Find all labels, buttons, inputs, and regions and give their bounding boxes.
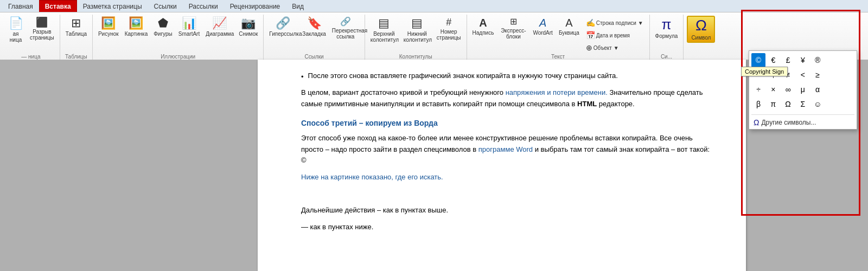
tab-view[interactable]: Вид	[286, 0, 310, 12]
page-text: • После этого снова вставляете графическ…	[301, 70, 713, 233]
btn-wordart[interactable]: A WordArt	[531, 16, 555, 37]
btn-hyperlink[interactable]: 🔗 Гиперссылка	[267, 16, 298, 38]
screenshot-icon: 📷	[241, 17, 256, 29]
bullet-item-1: • После этого снова вставляете графическ…	[301, 70, 713, 83]
btn-symbol[interactable]: Ω Символ	[687, 16, 715, 43]
symbol-empty3	[825, 68, 839, 82]
symbol-pound[interactable]: £	[781, 53, 795, 67]
btn-footer[interactable]: ▤ Нижнийколонтитул	[401, 16, 433, 44]
smartart-icon: 📊	[182, 17, 196, 29]
symbol-empty7	[825, 97, 839, 111]
btn-screenshot[interactable]: 📷 Снимок	[237, 16, 260, 38]
tab-mailings[interactable]: Рассылки	[183, 0, 224, 12]
btn-shapes[interactable]: ⬟ Фигуры	[151, 16, 174, 38]
symbol-divide[interactable]: ÷	[751, 82, 765, 96]
symbol-beta[interactable]: β	[751, 97, 765, 111]
more-omega-icon: Ω	[754, 118, 759, 127]
symbol-mu[interactable]: μ	[796, 82, 810, 96]
group-pages: 📄 аяница ⬛ Разрывстраницы — ница	[2, 15, 60, 61]
left-margin	[0, 60, 136, 271]
symbol-omega[interactable]: Ω	[781, 97, 795, 111]
document-page: • После этого снова вставляете графическ…	[258, 60, 746, 271]
tab-review[interactable]: Рецензирование	[224, 0, 286, 12]
btn-quickparts[interactable]: ⊞ Экспресс-блоки	[497, 16, 529, 41]
illustrations-items: 🖼️ Рисунок 🖼️ Картинка ⬟ Фигуры 📊 SmartA…	[96, 16, 260, 54]
paragraph-2: Этот способ уже поход на какое-то более …	[301, 133, 713, 166]
section-heading: Способ третий – копируем из Ворда	[301, 117, 713, 129]
tab-home[interactable]: Главная	[2, 0, 39, 12]
symbol-greaterequal[interactable]: ≥	[810, 68, 825, 82]
bullet-dot: •	[301, 72, 304, 83]
quickparts-icon: ⊞	[510, 17, 517, 26]
text-items: A Надпись ⊞ Экспресс-блоки A WordArt A Б…	[470, 16, 646, 54]
dropcap-icon: A	[565, 17, 572, 28]
btn-bookmark[interactable]: 🔖 Закладка	[300, 16, 328, 38]
tab-layout[interactable]: Разметка страницы	[77, 0, 148, 12]
btn-newpage[interactable]: 📄 аяница	[5, 16, 26, 44]
symbol-smiley[interactable]: ☺	[810, 97, 825, 111]
symbol-less[interactable]: <	[796, 68, 810, 82]
symbol-divider	[751, 114, 854, 115]
ribbon: Главная Вставка Разметка страницы Ссылки…	[0, 0, 868, 60]
crossref-icon: 🔗	[340, 17, 351, 26]
tab-insert[interactable]: Вставка	[39, 0, 77, 12]
btn-header[interactable]: ▤ Верхнийколонтитул	[368, 16, 400, 44]
pages-items: 📄 аяница ⬛ Разрывстраницы	[5, 16, 56, 54]
symbol-sigma[interactable]: Σ	[796, 97, 810, 111]
more-symbols-btn[interactable]: Ω Другие символы...	[749, 116, 857, 129]
shapes-icon: ⬟	[158, 17, 168, 29]
tables-items: ⊞ Таблица	[63, 16, 89, 54]
symbol-times[interactable]: ×	[766, 82, 780, 96]
btn-formula[interactable]: π Формула	[653, 16, 680, 41]
btn-object[interactable]: ⊕ Объект ▼	[583, 42, 646, 54]
omega-icon: Ω	[695, 18, 707, 33]
btn-picture[interactable]: 🖼️ Рисунок	[96, 16, 121, 38]
ribbon-tab-bar: Главная Вставка Разметка страницы Ссылки…	[0, 0, 868, 12]
group-headers: ▤ Верхнийколонтитул ▤ Нижнийколонтитул #…	[365, 15, 467, 61]
btn-break[interactable]: ⬛ Разрывстраницы	[28, 16, 56, 42]
signature-icon: ✍	[586, 18, 595, 27]
bookmark-icon: 🔖	[307, 17, 322, 29]
symbol-yen[interactable]: ¥	[796, 53, 810, 67]
wordart-icon: A	[539, 17, 546, 28]
symbol-alpha[interactable]: α	[810, 82, 825, 96]
paragraph-3: Ниже на картинке показано, где его искат…	[301, 172, 713, 183]
btn-clip[interactable]: 🖼️ Картинка	[123, 16, 150, 38]
text-extra: ✍ Строка подписи ▼ 📅 Дата и время ⊕ Объе…	[583, 16, 646, 54]
btn-dropcap[interactable]: A Буквица	[557, 16, 582, 37]
para1-text1: В целом, вариант достаточно кривой и тре…	[301, 88, 506, 96]
bullet-text-1: После этого снова вставляете графический…	[308, 70, 618, 83]
copyright-tooltip: Copyright Sign	[741, 67, 788, 76]
symbol-registered[interactable]: ®	[810, 53, 825, 67]
headers-items: ▤ Верхнийколонтитул ▤ Нижнийколонтитул #…	[368, 16, 463, 54]
formula-items: π Формула	[653, 16, 680, 54]
para2-link[interactable]: программе Word	[478, 145, 533, 153]
footer-icon: ▤	[411, 17, 423, 29]
btn-pagenumber[interactable]: # Номерстраницы	[435, 16, 463, 42]
btn-signature[interactable]: ✍ Строка подписи ▼	[583, 17, 646, 29]
btn-chart[interactable]: 📈 Диаграмма	[203, 16, 235, 38]
para3-link[interactable]: Ниже на картинке показано, где его искат…	[301, 173, 443, 181]
btn-table[interactable]: ⊞ Таблица	[63, 16, 89, 38]
symbol-infinity[interactable]: ∞	[781, 82, 795, 96]
paragraph-4: Дальнейшие действия – как в пунктах выше…	[301, 205, 713, 216]
pagenumber-icon: #	[446, 17, 451, 27]
symbol-euro[interactable]: €	[766, 53, 780, 67]
symbol-pi[interactable]: π	[766, 97, 780, 111]
symbol-empty6	[840, 82, 854, 96]
para1-bold: HTML	[577, 100, 597, 108]
break-icon: ⬛	[36, 17, 48, 27]
para5-text: — как в пунктах ниже.	[301, 223, 373, 231]
btn-smartart[interactable]: 📊 SmartArt	[176, 16, 202, 38]
group-illustrations: 🖼️ Рисунок 🖼️ Картинка ⬟ Фигуры 📊 SmartA…	[93, 15, 264, 61]
para4-text: Дальнейшие действия – как в пунктах выше…	[301, 206, 448, 214]
btn-datetime[interactable]: 📅 Дата и время	[583, 29, 646, 41]
btn-textbox[interactable]: A Надпись	[470, 16, 496, 37]
symbol-copyright[interactable]: © Copyright Sign	[751, 53, 765, 67]
header-icon: ▤	[378, 17, 390, 29]
btn-crossref[interactable]: 🔗 Перекрестнаяссылка	[330, 16, 361, 41]
main-content: • После этого снова вставляете графическ…	[0, 60, 868, 271]
para1-link[interactable]: напряжения и потери времени.	[506, 88, 608, 96]
tab-references[interactable]: Ссылки	[148, 0, 183, 12]
group-links: 🔗 Гиперссылка 🔖 Закладка 🔗 Перекрестнаяс…	[264, 15, 365, 61]
